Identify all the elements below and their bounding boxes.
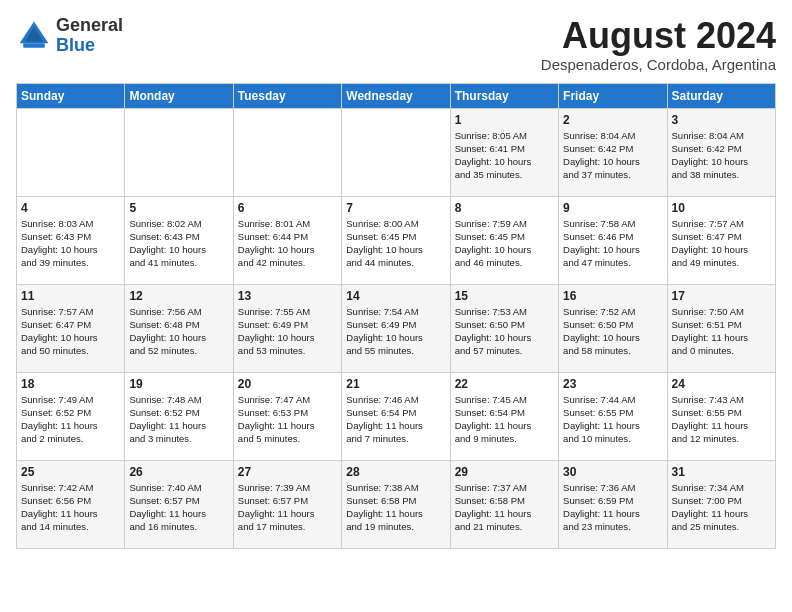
calendar-cell: 12Sunrise: 7:56 AM Sunset: 6:48 PM Dayli… bbox=[125, 284, 233, 372]
day-number: 10 bbox=[672, 201, 771, 215]
day-number: 27 bbox=[238, 465, 337, 479]
cell-content: Sunrise: 7:52 AM Sunset: 6:50 PM Dayligh… bbox=[563, 305, 662, 358]
calendar-cell: 16Sunrise: 7:52 AM Sunset: 6:50 PM Dayli… bbox=[559, 284, 667, 372]
weekday-header-thursday: Thursday bbox=[450, 83, 558, 108]
cell-content: Sunrise: 7:45 AM Sunset: 6:54 PM Dayligh… bbox=[455, 393, 554, 446]
calendar-cell: 22Sunrise: 7:45 AM Sunset: 6:54 PM Dayli… bbox=[450, 372, 558, 460]
cell-content: Sunrise: 8:04 AM Sunset: 6:42 PM Dayligh… bbox=[563, 129, 662, 182]
calendar-cell: 26Sunrise: 7:40 AM Sunset: 6:57 PM Dayli… bbox=[125, 460, 233, 548]
calendar-week-5: 25Sunrise: 7:42 AM Sunset: 6:56 PM Dayli… bbox=[17, 460, 776, 548]
cell-content: Sunrise: 7:44 AM Sunset: 6:55 PM Dayligh… bbox=[563, 393, 662, 446]
calendar-cell: 17Sunrise: 7:50 AM Sunset: 6:51 PM Dayli… bbox=[667, 284, 775, 372]
day-number: 26 bbox=[129, 465, 228, 479]
day-number: 11 bbox=[21, 289, 120, 303]
day-number: 28 bbox=[346, 465, 445, 479]
calendar-cell: 10Sunrise: 7:57 AM Sunset: 6:47 PM Dayli… bbox=[667, 196, 775, 284]
cell-content: Sunrise: 7:36 AM Sunset: 6:59 PM Dayligh… bbox=[563, 481, 662, 534]
cell-content: Sunrise: 7:47 AM Sunset: 6:53 PM Dayligh… bbox=[238, 393, 337, 446]
calendar-cell: 11Sunrise: 7:57 AM Sunset: 6:47 PM Dayli… bbox=[17, 284, 125, 372]
calendar-cell: 31Sunrise: 7:34 AM Sunset: 7:00 PM Dayli… bbox=[667, 460, 775, 548]
cell-content: Sunrise: 7:53 AM Sunset: 6:50 PM Dayligh… bbox=[455, 305, 554, 358]
calendar-cell: 25Sunrise: 7:42 AM Sunset: 6:56 PM Dayli… bbox=[17, 460, 125, 548]
day-number: 19 bbox=[129, 377, 228, 391]
cell-content: Sunrise: 7:50 AM Sunset: 6:51 PM Dayligh… bbox=[672, 305, 771, 358]
cell-content: Sunrise: 7:34 AM Sunset: 7:00 PM Dayligh… bbox=[672, 481, 771, 534]
svg-rect-2 bbox=[23, 43, 45, 48]
day-number: 24 bbox=[672, 377, 771, 391]
calendar-cell: 13Sunrise: 7:55 AM Sunset: 6:49 PM Dayli… bbox=[233, 284, 341, 372]
calendar-cell: 28Sunrise: 7:38 AM Sunset: 6:58 PM Dayli… bbox=[342, 460, 450, 548]
calendar-cell: 23Sunrise: 7:44 AM Sunset: 6:55 PM Dayli… bbox=[559, 372, 667, 460]
cell-content: Sunrise: 7:48 AM Sunset: 6:52 PM Dayligh… bbox=[129, 393, 228, 446]
cell-content: Sunrise: 8:05 AM Sunset: 6:41 PM Dayligh… bbox=[455, 129, 554, 182]
day-number: 23 bbox=[563, 377, 662, 391]
cell-content: Sunrise: 7:57 AM Sunset: 6:47 PM Dayligh… bbox=[672, 217, 771, 270]
day-number: 6 bbox=[238, 201, 337, 215]
cell-content: Sunrise: 7:59 AM Sunset: 6:45 PM Dayligh… bbox=[455, 217, 554, 270]
day-number: 3 bbox=[672, 113, 771, 127]
cell-content: Sunrise: 8:02 AM Sunset: 6:43 PM Dayligh… bbox=[129, 217, 228, 270]
cell-content: Sunrise: 7:56 AM Sunset: 6:48 PM Dayligh… bbox=[129, 305, 228, 358]
month-year: August 2024 bbox=[541, 16, 776, 56]
weekday-header-monday: Monday bbox=[125, 83, 233, 108]
logo-blue: Blue bbox=[56, 36, 123, 56]
calendar-cell: 14Sunrise: 7:54 AM Sunset: 6:49 PM Dayli… bbox=[342, 284, 450, 372]
calendar-week-2: 4Sunrise: 8:03 AM Sunset: 6:43 PM Daylig… bbox=[17, 196, 776, 284]
calendar-cell: 29Sunrise: 7:37 AM Sunset: 6:58 PM Dayli… bbox=[450, 460, 558, 548]
calendar-cell: 15Sunrise: 7:53 AM Sunset: 6:50 PM Dayli… bbox=[450, 284, 558, 372]
cell-content: Sunrise: 7:58 AM Sunset: 6:46 PM Dayligh… bbox=[563, 217, 662, 270]
title-block: August 2024 Despenaderos, Cordoba, Argen… bbox=[541, 16, 776, 73]
calendar-cell bbox=[125, 108, 233, 196]
weekday-header-wednesday: Wednesday bbox=[342, 83, 450, 108]
day-number: 16 bbox=[563, 289, 662, 303]
day-number: 8 bbox=[455, 201, 554, 215]
cell-content: Sunrise: 7:40 AM Sunset: 6:57 PM Dayligh… bbox=[129, 481, 228, 534]
weekday-header-sunday: Sunday bbox=[17, 83, 125, 108]
day-number: 25 bbox=[21, 465, 120, 479]
calendar-cell: 24Sunrise: 7:43 AM Sunset: 6:55 PM Dayli… bbox=[667, 372, 775, 460]
day-number: 12 bbox=[129, 289, 228, 303]
day-number: 7 bbox=[346, 201, 445, 215]
cell-content: Sunrise: 7:55 AM Sunset: 6:49 PM Dayligh… bbox=[238, 305, 337, 358]
day-number: 17 bbox=[672, 289, 771, 303]
day-number: 31 bbox=[672, 465, 771, 479]
calendar-cell: 18Sunrise: 7:49 AM Sunset: 6:52 PM Dayli… bbox=[17, 372, 125, 460]
calendar-cell: 8Sunrise: 7:59 AM Sunset: 6:45 PM Daylig… bbox=[450, 196, 558, 284]
calendar-cell: 19Sunrise: 7:48 AM Sunset: 6:52 PM Dayli… bbox=[125, 372, 233, 460]
calendar-week-4: 18Sunrise: 7:49 AM Sunset: 6:52 PM Dayli… bbox=[17, 372, 776, 460]
day-number: 14 bbox=[346, 289, 445, 303]
calendar-cell: 7Sunrise: 8:00 AM Sunset: 6:45 PM Daylig… bbox=[342, 196, 450, 284]
location: Despenaderos, Cordoba, Argentina bbox=[541, 56, 776, 73]
day-number: 1 bbox=[455, 113, 554, 127]
day-number: 20 bbox=[238, 377, 337, 391]
day-number: 5 bbox=[129, 201, 228, 215]
calendar-table: SundayMondayTuesdayWednesdayThursdayFrid… bbox=[16, 83, 776, 549]
calendar-cell: 20Sunrise: 7:47 AM Sunset: 6:53 PM Dayli… bbox=[233, 372, 341, 460]
cell-content: Sunrise: 8:01 AM Sunset: 6:44 PM Dayligh… bbox=[238, 217, 337, 270]
cell-content: Sunrise: 8:04 AM Sunset: 6:42 PM Dayligh… bbox=[672, 129, 771, 182]
cell-content: Sunrise: 7:39 AM Sunset: 6:57 PM Dayligh… bbox=[238, 481, 337, 534]
logo-icon bbox=[16, 18, 52, 54]
day-number: 9 bbox=[563, 201, 662, 215]
day-number: 29 bbox=[455, 465, 554, 479]
cell-content: Sunrise: 7:46 AM Sunset: 6:54 PM Dayligh… bbox=[346, 393, 445, 446]
weekday-header-tuesday: Tuesday bbox=[233, 83, 341, 108]
day-number: 15 bbox=[455, 289, 554, 303]
calendar-cell: 30Sunrise: 7:36 AM Sunset: 6:59 PM Dayli… bbox=[559, 460, 667, 548]
cell-content: Sunrise: 7:38 AM Sunset: 6:58 PM Dayligh… bbox=[346, 481, 445, 534]
calendar-cell: 9Sunrise: 7:58 AM Sunset: 6:46 PM Daylig… bbox=[559, 196, 667, 284]
calendar-cell bbox=[233, 108, 341, 196]
day-number: 18 bbox=[21, 377, 120, 391]
logo: General Blue bbox=[16, 16, 123, 56]
cell-content: Sunrise: 7:42 AM Sunset: 6:56 PM Dayligh… bbox=[21, 481, 120, 534]
cell-content: Sunrise: 7:49 AM Sunset: 6:52 PM Dayligh… bbox=[21, 393, 120, 446]
calendar-cell: 5Sunrise: 8:02 AM Sunset: 6:43 PM Daylig… bbox=[125, 196, 233, 284]
page-header: General Blue August 2024 Despenaderos, C… bbox=[16, 16, 776, 73]
cell-content: Sunrise: 7:43 AM Sunset: 6:55 PM Dayligh… bbox=[672, 393, 771, 446]
calendar-cell bbox=[17, 108, 125, 196]
calendar-cell: 3Sunrise: 8:04 AM Sunset: 6:42 PM Daylig… bbox=[667, 108, 775, 196]
cell-content: Sunrise: 7:57 AM Sunset: 6:47 PM Dayligh… bbox=[21, 305, 120, 358]
day-number: 30 bbox=[563, 465, 662, 479]
day-number: 2 bbox=[563, 113, 662, 127]
cell-content: Sunrise: 7:54 AM Sunset: 6:49 PM Dayligh… bbox=[346, 305, 445, 358]
